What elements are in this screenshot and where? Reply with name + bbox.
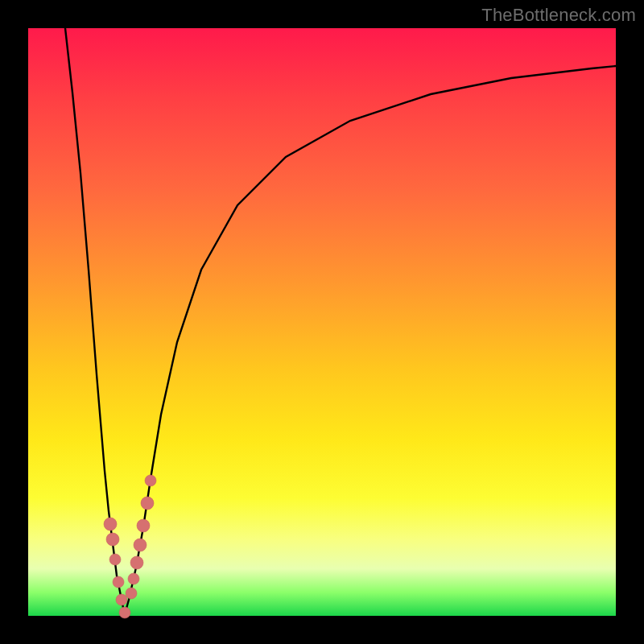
beads-left-group [104, 518, 130, 618]
chart-frame: TheBottleneck.com [0, 0, 644, 644]
bead-right-2 [130, 556, 143, 569]
watermark-text: TheBottleneck.com [481, 5, 636, 26]
bottleneck-curve [28, 28, 616, 616]
bead-left-3 [113, 576, 124, 588]
bead-left-2 [109, 554, 121, 565]
bead-left-4 [116, 594, 127, 605]
bead-right-1 [128, 573, 139, 584]
bead-right-3 [134, 539, 147, 551]
curve-right-branch [125, 66, 616, 614]
bead-right-4 [137, 519, 150, 532]
bead-right-0 [126, 588, 137, 599]
plot-area [28, 28, 616, 616]
bead-right-6 [145, 475, 156, 486]
bead-left-5 [119, 607, 130, 618]
bead-left-0 [104, 518, 117, 530]
bead-right-5 [141, 497, 154, 510]
bead-left-1 [106, 533, 119, 546]
